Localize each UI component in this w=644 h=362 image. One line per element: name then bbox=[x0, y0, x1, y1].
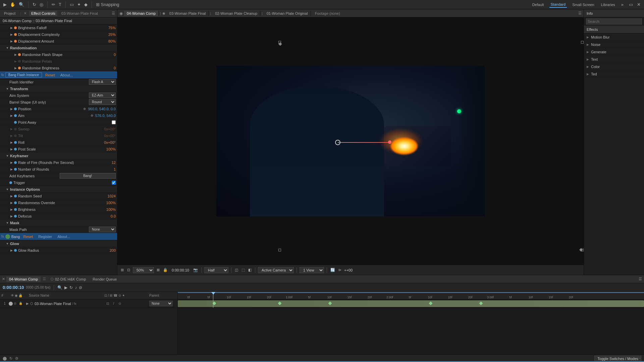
number-of-rounds-value[interactable]: 1 bbox=[114, 167, 116, 171]
viewer-camera-select[interactable]: Active Camera bbox=[258, 267, 294, 273]
comp-tab-02[interactable]: 02-Woman Plate Cleanup bbox=[212, 11, 260, 16]
viewer-channel-btn[interactable]: ⬚ bbox=[241, 267, 246, 273]
randomise-brightness-stop[interactable] bbox=[18, 67, 21, 69]
viewer-camera-btn[interactable]: 📷 bbox=[193, 267, 199, 273]
rate-of-fire-value[interactable]: 12 bbox=[112, 161, 116, 165]
tl-switch-1[interactable]: ⊡ bbox=[105, 301, 110, 306]
comp-tab-04[interactable]: 04-Woman Comp bbox=[124, 11, 159, 16]
motion-blur-btn[interactable]: ⊘ bbox=[79, 285, 82, 290]
aim-toggle[interactable]: ▶ bbox=[9, 114, 13, 118]
hand-tool[interactable]: ✋ bbox=[9, 1, 16, 8]
workspace-libraries[interactable]: Libraries bbox=[600, 2, 616, 7]
tl-parent-select[interactable]: None bbox=[149, 301, 173, 306]
glow-radius-value[interactable]: 200 bbox=[110, 248, 116, 252]
aim-system-dropdown[interactable]: EZ-Aim Manual bbox=[89, 93, 116, 98]
effect-category-generate[interactable]: ▶ Generate bbox=[584, 48, 644, 56]
trigger-stop[interactable] bbox=[9, 181, 12, 184]
snapping-toggle[interactable]: ⊞ Snapping bbox=[95, 1, 120, 8]
randomness-override-stop[interactable] bbox=[14, 201, 17, 204]
effect-category-color[interactable]: ▶ Color bbox=[584, 63, 644, 70]
comp-menu-icon[interactable]: ☰ bbox=[578, 11, 582, 15]
pin-tool[interactable]: ◆ bbox=[84, 1, 88, 8]
brightness-stop[interactable] bbox=[14, 208, 17, 211]
text-tool[interactable]: T bbox=[58, 1, 62, 8]
workspace-default[interactable]: Default bbox=[531, 2, 545, 7]
bang-reset-btn[interactable]: Reset bbox=[21, 234, 35, 239]
viewer-snap-btn[interactable]: ⊞ bbox=[120, 267, 124, 273]
render-queue-btn[interactable]: Render Queue bbox=[93, 277, 117, 281]
comp2-icon[interactable]: ◉ bbox=[162, 11, 165, 15]
comp-viewer[interactable]: ◆ ◆ bbox=[117, 17, 584, 265]
effect-category-noise[interactable]: ▶ Noise bbox=[584, 41, 644, 48]
search-btn[interactable]: 🔍 bbox=[57, 285, 62, 290]
loop-btn[interactable]: ↻ bbox=[69, 285, 73, 290]
viewer-fit-btn[interactable]: ⊠ bbox=[156, 267, 160, 273]
project-tab[interactable]: Project bbox=[2, 11, 17, 16]
randomness-override-toggle[interactable]: ▶ bbox=[9, 201, 13, 205]
timeline-track-area[interactable]: 0f 5f 10f 15f 20f 1:00f 5f 10f 15f 20f 2… bbox=[178, 292, 644, 355]
tl-layer-vis-btn[interactable] bbox=[9, 302, 13, 306]
tl-switch-2[interactable]: / bbox=[111, 301, 116, 306]
mask-path-dropdown[interactable]: None bbox=[89, 227, 116, 232]
aim-stop[interactable] bbox=[14, 114, 17, 117]
transform-toggle[interactable]: ▼ bbox=[5, 87, 9, 91]
comp-icon[interactable]: ◉ bbox=[119, 11, 123, 16]
randomise-flash-shape-value[interactable]: 0 bbox=[114, 53, 116, 57]
roll-toggle[interactable]: ▶ bbox=[9, 140, 13, 144]
effect-category-motion-blur[interactable]: ▶ Motion Blur bbox=[584, 34, 644, 41]
position-toggle[interactable]: ▶ bbox=[9, 107, 13, 111]
effect-category-text[interactable]: ▶ Text bbox=[584, 56, 644, 63]
displacement-complexity-stop[interactable] bbox=[14, 33, 17, 36]
position-value[interactable]: 960.0, 540.0, 0.0 bbox=[88, 107, 116, 111]
trigger-checkbox[interactable] bbox=[112, 181, 116, 185]
number-of-rounds-toggle[interactable]: ▶ bbox=[9, 167, 13, 171]
comp-tab-03[interactable]: 03-Woman Plate Final bbox=[167, 11, 209, 16]
effect-category-ted[interactable]: ▶ Ted bbox=[584, 70, 644, 78]
timeline-close-icon[interactable]: ✕ bbox=[2, 277, 5, 281]
close-app-icon[interactable]: ✕ bbox=[636, 1, 641, 8]
glow-toggle[interactable]: ▼ bbox=[5, 242, 9, 246]
transform-handle-tr[interactable] bbox=[581, 41, 584, 44]
tl-switch-3[interactable]: ⊙ bbox=[117, 301, 122, 306]
bang-flash-about-btn[interactable]: About... bbox=[58, 73, 75, 77]
transform-handle-br[interactable] bbox=[581, 249, 584, 251]
bang-flash-reset-btn[interactable]: Reset bbox=[43, 73, 57, 77]
effects-search-input[interactable] bbox=[586, 18, 642, 24]
displacement-complexity-toggle[interactable]: ▶ bbox=[9, 33, 13, 37]
viewer-render-btn[interactable]: 🔄 bbox=[330, 267, 336, 273]
brightness-value[interactable]: 100% bbox=[106, 207, 116, 212]
transform-handle-bl[interactable] bbox=[278, 249, 281, 251]
point-away-checkbox[interactable] bbox=[112, 120, 116, 124]
brightness-toggle[interactable]: ▶ bbox=[9, 207, 13, 212]
randomise-flash-shape-toggle[interactable]: ▶ bbox=[13, 53, 17, 57]
flash-identifier-dropdown[interactable]: Flash A Flash B bbox=[89, 79, 116, 85]
post-scale-stop[interactable] bbox=[14, 148, 17, 150]
defocus-value[interactable]: 0.0 bbox=[111, 214, 116, 218]
point-away-stop[interactable] bbox=[14, 121, 17, 124]
effect-controls-tab[interactable]: Effect Controls bbox=[29, 11, 57, 16]
tl-layer-name-1[interactable]: 03-Woman Plate Final bbox=[35, 302, 71, 306]
defocus-toggle[interactable]: ▶ bbox=[9, 214, 13, 218]
transform-handle-tl[interactable] bbox=[278, 41, 281, 44]
brightness-falloff-value[interactable]: 75% bbox=[108, 26, 116, 30]
puppet-tool[interactable]: ✦ bbox=[76, 1, 82, 8]
timeline-menu-icon[interactable]: ☰ bbox=[639, 277, 642, 281]
roll-value[interactable]: 0x+00° bbox=[104, 140, 116, 144]
displacement-amount-value[interactable]: 80% bbox=[108, 39, 116, 43]
randomise-flash-shape-stop[interactable] bbox=[18, 53, 21, 56]
timeline-tab-render[interactable]: ⬡ 02-D/E H&K Comp bbox=[48, 277, 89, 282]
displacement-amount-toggle[interactable]: ▶ bbox=[9, 39, 13, 43]
panel-menu-icon[interactable]: ☰ bbox=[112, 11, 115, 15]
tl-layer-lock-btn[interactable]: 🔒 bbox=[19, 302, 23, 306]
brightness-falloff-toggle[interactable]: ▶ bbox=[9, 26, 13, 30]
viewer-timecode[interactable]: 0:00:00:10 bbox=[172, 268, 189, 272]
viewer-lock-btn[interactable]: 🔒 bbox=[162, 267, 168, 273]
viewer-quality-select[interactable]: Half Full Quarter bbox=[204, 267, 228, 273]
status-play-btn[interactable]: ⬤ bbox=[3, 356, 7, 361]
bang-register-btn[interactable]: Register bbox=[36, 234, 54, 239]
bang-section-btn[interactable]: Bang bbox=[11, 235, 20, 239]
play-btn[interactable]: ▶ bbox=[64, 285, 67, 290]
displacement-amount-stop[interactable] bbox=[14, 40, 17, 43]
workspace-standard[interactable]: Standard bbox=[549, 2, 567, 8]
rate-of-fire-stop[interactable] bbox=[14, 161, 17, 164]
